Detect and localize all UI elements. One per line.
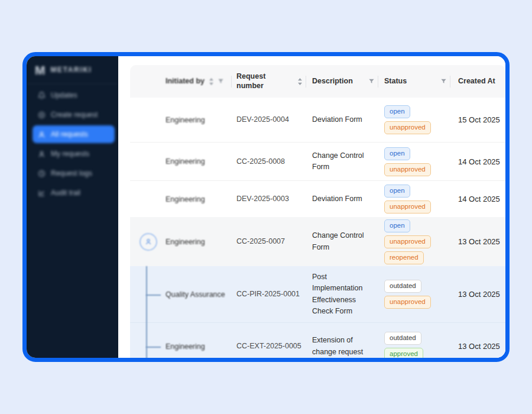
status-cell: open unapproved bbox=[378, 98, 450, 142]
page-background: M METARIKI Updates Create request All re… bbox=[0, 0, 532, 414]
user-icon bbox=[38, 150, 46, 158]
sidebar-item-label: Audit trail bbox=[51, 189, 80, 197]
created-at: 15 Oct 2025 bbox=[450, 98, 505, 142]
table-row-parent[interactable]: Engineering CC-2025-0007 Change Control … bbox=[130, 217, 505, 266]
table-row-child[interactable]: Engineering CC-EXT-2025-0005 Extension o… bbox=[130, 322, 505, 358]
logs-icon bbox=[38, 170, 46, 177]
column-label: Description bbox=[312, 77, 353, 86]
sidebar-item-label: Request logs bbox=[51, 169, 92, 177]
status-badge: open bbox=[384, 147, 410, 160]
created-at: 14 Oct 2025 bbox=[450, 181, 505, 217]
status-cell: open unapproved bbox=[378, 143, 450, 180]
sort-icon[interactable] bbox=[297, 78, 303, 85]
status-badge: unapproved bbox=[384, 121, 431, 134]
filter-icon[interactable] bbox=[440, 78, 447, 85]
initiated-by: Engineering bbox=[166, 116, 205, 124]
sidebar-item-request-logs[interactable]: Request logs bbox=[33, 164, 115, 182]
status-badge: approved bbox=[384, 348, 423, 358]
created-at: 14 Oct 2025 bbox=[450, 143, 505, 180]
requests-table: Initiated by Request number bbox=[130, 65, 505, 358]
request-number: CC-EXT-2025-0005 bbox=[232, 323, 306, 358]
initiated-by: Engineering bbox=[166, 342, 205, 351]
status-badge: unapproved bbox=[384, 235, 431, 248]
request-number: CC-PIR-2025-0001 bbox=[232, 266, 306, 322]
brand-name: METARIKI bbox=[51, 66, 92, 74]
status-badge: open bbox=[384, 219, 410, 232]
sidebar-item-updates[interactable]: Updates bbox=[33, 86, 115, 104]
sidebar-item-label: Updates bbox=[51, 91, 77, 99]
status-badge: outdated bbox=[384, 332, 421, 345]
column-header-request-number: Request number bbox=[232, 65, 306, 98]
column-label: Status bbox=[384, 77, 407, 86]
child-rows-group: Quality Assurance CC-PIR-2025-0001 Post … bbox=[130, 266, 505, 358]
request-number: DEV-2025-0003 bbox=[232, 181, 306, 217]
description: Extension of change request bbox=[306, 323, 378, 358]
column-header-created-at: Created At bbox=[450, 65, 505, 98]
sidebar-item-create-request[interactable]: Create request bbox=[33, 106, 115, 124]
filter-icon[interactable] bbox=[218, 78, 224, 85]
initiated-by: Engineering bbox=[166, 157, 205, 166]
description: Change Control Form bbox=[306, 217, 378, 266]
description: Post Implementation Effectiveness Check … bbox=[306, 266, 378, 322]
column-header-description: Description bbox=[306, 65, 378, 98]
description: Change Control Form bbox=[306, 143, 378, 180]
brand-logo: M METARIKI bbox=[27, 56, 118, 84]
status-badge: open bbox=[384, 105, 410, 118]
created-at: 13 Oct 2025 bbox=[450, 266, 505, 322]
status-cell: outdated approved bbox=[378, 323, 450, 358]
table-row[interactable]: Engineering DEV-2025-0003 Deviation Form… bbox=[130, 180, 505, 217]
status-cell: open unapproved bbox=[378, 181, 450, 217]
status-badge: open bbox=[384, 185, 410, 198]
initiated-by: Engineering bbox=[166, 195, 205, 203]
status-badge: reopened bbox=[384, 251, 424, 264]
initiated-by: Quality Assurance bbox=[166, 290, 225, 299]
sidebar-menu: Updates Create request All requests My r… bbox=[27, 84, 118, 202]
description: Deviation Form bbox=[306, 181, 378, 217]
status-cell: outdated unapproved bbox=[378, 266, 450, 322]
users-icon bbox=[38, 131, 46, 138]
description: Deviation Form bbox=[306, 98, 378, 142]
table-row-child[interactable]: Quality Assurance CC-PIR-2025-0001 Post … bbox=[130, 266, 505, 322]
sidebar: M METARIKI Updates Create request All re… bbox=[27, 56, 118, 358]
status-badge: outdated bbox=[384, 280, 421, 293]
main-content: Initiated by Request number bbox=[118, 56, 505, 358]
sidebar-item-my-requests[interactable]: My requests bbox=[33, 145, 115, 163]
sort-icon[interactable] bbox=[209, 78, 214, 85]
request-number: DEV-2025-0004 bbox=[232, 98, 306, 142]
sidebar-item-label: My requests bbox=[51, 150, 89, 158]
table-row[interactable]: Engineering CC-2025-0008 Change Control … bbox=[130, 142, 505, 180]
table-header: Initiated by Request number bbox=[130, 65, 505, 98]
sidebar-item-audit-trail[interactable]: Audit trail bbox=[33, 184, 115, 202]
created-at: 13 Oct 2025 bbox=[450, 217, 505, 266]
plus-circle-icon bbox=[38, 111, 46, 119]
sidebar-item-all-requests[interactable]: All requests bbox=[33, 125, 115, 143]
status-badge: unapproved bbox=[384, 200, 431, 214]
created-at: 13 Oct 2025 bbox=[450, 323, 505, 358]
tree-line bbox=[146, 266, 147, 358]
column-header-status: Status bbox=[378, 65, 450, 98]
logo-m-icon: M bbox=[35, 64, 46, 76]
request-number: CC-2025-0007 bbox=[232, 217, 306, 266]
app-window: M METARIKI Updates Create request All re… bbox=[22, 52, 510, 362]
column-header-initiated-by: Initiated by bbox=[130, 65, 232, 98]
table-row[interactable]: Engineering DEV-2025-0004 Deviation Form… bbox=[130, 98, 505, 142]
sidebar-item-label: Create request bbox=[51, 111, 98, 119]
bell-icon bbox=[38, 92, 46, 99]
initiated-by: Engineering bbox=[166, 238, 205, 246]
filter-icon[interactable] bbox=[368, 78, 375, 85]
status-badge: unapproved bbox=[384, 163, 431, 176]
column-label: Initiated by bbox=[166, 77, 205, 86]
expand-user-icon[interactable] bbox=[140, 233, 157, 251]
sidebar-item-label: All requests bbox=[51, 130, 88, 138]
chart-icon bbox=[38, 189, 46, 197]
status-badge: unapproved bbox=[384, 296, 431, 309]
request-number: CC-2025-0008 bbox=[232, 143, 306, 180]
column-label: Created At bbox=[458, 77, 495, 86]
status-cell: open unapproved reopened bbox=[378, 217, 450, 266]
column-label: Request number bbox=[236, 72, 280, 90]
